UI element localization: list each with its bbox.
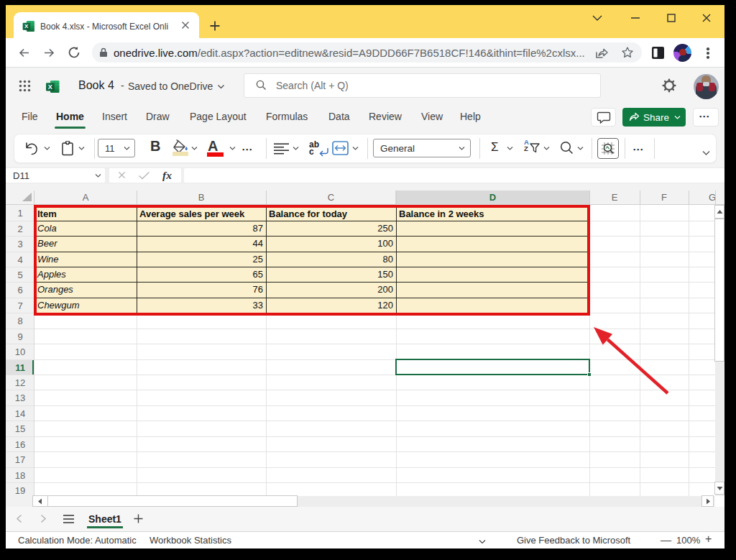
svg-text:X: X [24, 23, 29, 29]
svg-text:X: X [48, 83, 52, 91]
